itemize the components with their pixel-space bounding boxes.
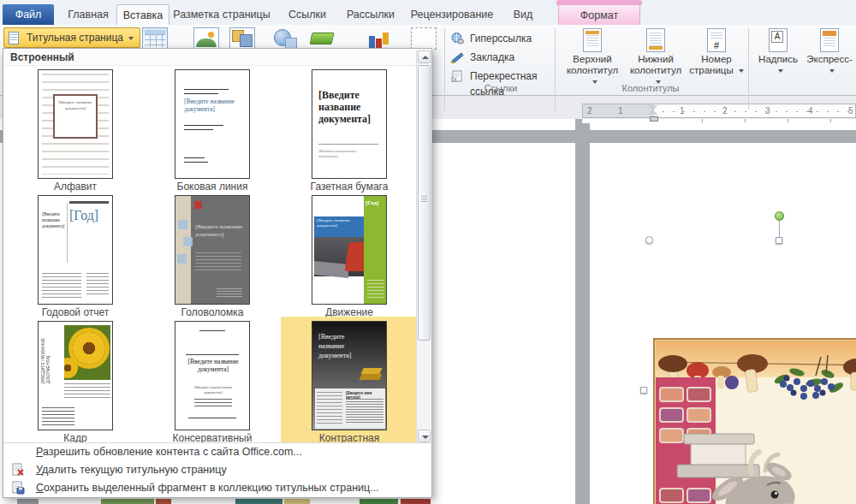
gallery-item-contrast-selected[interactable]: [Введите название документа] [Введите им… — [281, 317, 418, 445]
bookmark-button[interactable]: Закладка — [451, 50, 554, 65]
ruler-mark: 2 — [587, 105, 592, 117]
gallery-item-annual-report[interactable]: [Введите название документа] [Год] Годов… — [9, 193, 142, 317]
tab-view[interactable]: Вид — [503, 4, 543, 25]
resize-handle-top-left[interactable] — [645, 236, 653, 244]
thumbnail-conservative: [Введите название документа] [Введите по… — [175, 321, 250, 430]
page-number-icon — [707, 28, 726, 52]
tab-references[interactable]: Ссылки — [279, 4, 336, 25]
thumbnail-motion: [Год] [Введите название документа] — [312, 195, 387, 305]
hyperlink-globe-icon — [451, 33, 464, 44]
menu-item-office-com-updates[interactable]: Разрешить обновление контента с сайта Of… — [3, 443, 431, 461]
chevron-down-icon — [739, 69, 744, 73]
tab-file[interactable]: Файл — [3, 4, 54, 25]
cross-reference-button[interactable]: Перекрестная ссылка — [451, 68, 554, 84]
thumbnail-annual-report: [Введите название документа] [Год] — [38, 195, 113, 305]
menu-item-remove-cover-page[interactable]: Удалить текущую титульную страницу — [3, 461, 431, 479]
cross-reference-icon — [451, 70, 464, 82]
horizontal-ruler[interactable]: 2 1 1 2 3 4 5 — [582, 104, 856, 118]
chevron-down-icon — [829, 69, 835, 73]
table-icon[interactable] — [142, 27, 168, 50]
scroll-up-button[interactable] — [418, 50, 431, 63]
tab-mailings[interactable]: Рассылки — [341, 4, 401, 25]
screenshot-icon[interactable] — [411, 27, 437, 50]
cover-page-button[interactable]: Титульная страница — [3, 27, 140, 48]
thumbnail-frame: [ВВЕДИТЕ НАЗВАНИЕ ДОКУМЕНТА] — [38, 321, 113, 430]
resize-handle-left-middle[interactable] — [640, 387, 647, 394]
page-content-sliver — [360, 499, 398, 504]
smartart-icon[interactable] — [310, 27, 336, 50]
hyperlink-label: Гиперссылка — [470, 33, 532, 44]
resize-handle-top-center[interactable] — [776, 237, 782, 244]
remove-cover-page-icon — [11, 463, 25, 477]
page-content-sliver — [401, 499, 431, 504]
tab-page-layout[interactable]: Разметка страницы — [171, 4, 272, 25]
quick-parts-icon — [820, 28, 839, 52]
indent-marker[interactable] — [649, 105, 658, 124]
tab-format[interactable]: Формат — [558, 4, 640, 25]
gallery-scrollbar[interactable] — [416, 50, 431, 442]
page-number-button[interactable]: Номер страницы — [688, 27, 745, 76]
gallery-item-alphabet[interactable]: [Введите название документа] Алфавит — [9, 67, 142, 192]
thumbnail-puzzle: [Введите название документа] — [175, 195, 250, 305]
tab-home[interactable]: Главная — [60, 4, 116, 25]
ruler-mark: 3 — [765, 105, 770, 117]
group-divider — [444, 28, 445, 110]
footer-button[interactable]: Нижний колонтитул — [625, 27, 687, 87]
chart-icon[interactable] — [366, 27, 392, 50]
rotate-handle[interactable] — [775, 211, 784, 221]
ruler-tick-strip — [582, 119, 856, 123]
gallery-item-puzzle[interactable]: [Введите название документа] Головоломка — [146, 193, 279, 317]
group-divider — [748, 28, 749, 110]
gallery-item-sideline[interactable]: [Введите название документа] Боковая лин… — [146, 67, 279, 192]
gallery-item-newsprint[interactable]: [Введите название документа] [Введите по… — [282, 67, 416, 192]
bookmark-label: Закладка — [470, 51, 514, 63]
gallery-item-conservative[interactable]: [Введите название документа] [Введите по… — [146, 318, 279, 443]
shapes-icon[interactable] — [272, 27, 298, 50]
cover-page-icon — [9, 32, 19, 44]
word-window: 2 1 1 2 3 4 5 — [0, 0, 856, 504]
thumbnail-newsprint: [Введите название документа] [Введите по… — [312, 69, 387, 179]
footer-icon — [646, 28, 665, 52]
selected-picture-illustration[interactable] — [653, 338, 856, 504]
page-content-sliver — [101, 499, 154, 504]
page-content-sliver — [235, 499, 282, 504]
page-content-sliver — [284, 499, 310, 504]
picture-icon[interactable] — [193, 27, 219, 50]
ruler-mark: 2 — [722, 105, 728, 117]
menu-item-save-selection[interactable]: Сохранить выделенный фрагмент в коллекци… — [3, 479, 431, 497]
rotate-handle-stem — [779, 221, 780, 238]
bookmark-icon — [451, 51, 464, 63]
thumbnail-contrast: [Введите название документа] [Введите им… — [312, 321, 387, 430]
tab-insert[interactable]: Вставка — [116, 4, 169, 25]
page-content-sliver — [17, 499, 39, 504]
quick-parts-button[interactable]: Экспресс- — [803, 27, 856, 76]
gallery-section-header: Встроенный — [3, 49, 431, 66]
ribbon-tab-bar: Файл Главная Вставка Разметка страницы С… — [0, 0, 856, 25]
ruler-mark: 4 — [808, 105, 813, 117]
scrollbar-thumb[interactable] — [418, 65, 431, 341]
ruler-mark: 1 — [680, 105, 685, 117]
text-box-icon — [769, 28, 788, 52]
gallery-footer-menu: Разрешить обновление контента с сайта Of… — [3, 442, 431, 497]
cover-page-button-label: Титульная страница — [27, 32, 123, 44]
gallery-item-frame[interactable]: [ВВЕДИТЕ НАЗВАНИЕ ДОКУМЕНТА] Кадр — [9, 318, 142, 443]
thumbnail-alphabet: [Введите название документа] — [38, 69, 113, 179]
group-divider — [555, 28, 556, 110]
thumbnail-sideline: [Введите название документа] — [175, 69, 250, 179]
tab-review[interactable]: Рецензирование — [406, 4, 498, 25]
chevron-down-icon — [778, 69, 783, 73]
save-selection-icon — [11, 481, 25, 495]
gallery-item-motion[interactable]: [Год] [Введите название документа] Движе… — [282, 193, 416, 317]
chevron-down-icon — [128, 37, 134, 40]
header-button[interactable]: Верхний колонтитул — [562, 27, 623, 87]
page-content-sliver — [156, 499, 171, 504]
header-footer-group-label: Колонтитулы — [582, 83, 719, 93]
cover-page-gallery-dropdown: Встроенный [Введите название документа] … — [3, 48, 432, 498]
hyperlink-button[interactable]: Гиперссылка — [451, 31, 554, 46]
ruler-dots — [655, 104, 855, 117]
page-gap-vertical — [575, 119, 590, 504]
scroll-down-button[interactable] — [418, 430, 431, 442]
ruler-mark: 1 — [618, 105, 623, 117]
clipart-icon[interactable] — [229, 27, 255, 50]
text-box-button[interactable]: Надпись — [753, 27, 803, 76]
